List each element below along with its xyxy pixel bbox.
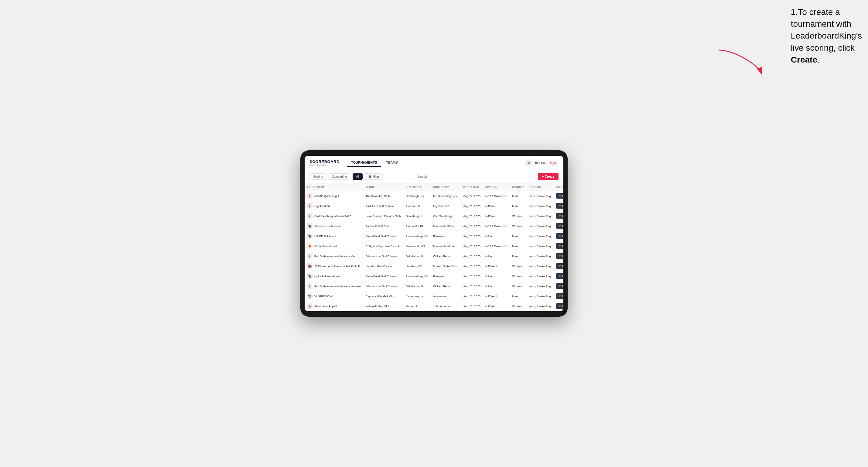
all-filter-btn[interactable]: All (352, 174, 363, 180)
actions-cell: ✏ Edit (554, 301, 563, 311)
event-name-cell: 🐻 2023 Women's Hesston Fall Kickoff (305, 261, 363, 271)
app-logo-title: SCOREBOARD (309, 159, 340, 164)
create-button[interactable]: + Create (538, 173, 559, 180)
cell-gender: Men (509, 231, 526, 241)
cell-gender: Women (509, 281, 526, 291)
cell-hosted_by: William Penn (431, 281, 461, 291)
cell-hosted_by: Carl Sandburg (431, 211, 461, 221)
event-name-cell: 🐂 UPIKE Fall Invite (305, 231, 363, 241)
team-icon: 🏌 (307, 203, 312, 209)
cell-scoring: team, Stroke Play (526, 221, 554, 231)
cell-gender: Men (509, 251, 526, 261)
cell-scoring: team, Stroke Play (526, 241, 554, 251)
actions-cell: ✏ Edit (554, 271, 563, 281)
edit-button[interactable]: ✏ Edit (556, 253, 563, 259)
cell-gender: Women (509, 261, 526, 271)
table-col-header: HOSTED BY (431, 183, 461, 191)
cell-division: NJCAA II (483, 261, 509, 271)
competing-filter-btn[interactable]: Competing (329, 174, 350, 180)
cell-venue: Hesston Golf Course (363, 261, 403, 271)
edit-button[interactable]: ✏ Edit (556, 303, 563, 309)
cell-division: NCAA Division II (483, 221, 509, 231)
annotation-block: 1.To create a tournament with Leaderboar… (791, 6, 862, 66)
cell-start_date: Aug 28, 2023 (461, 251, 483, 261)
edit-button[interactable]: ✏ Edit (556, 263, 563, 269)
arrow-annotation (716, 47, 765, 77)
cell-venue: StoneCrest Golf Course (363, 271, 403, 281)
edit-button[interactable]: ✏ Edit (556, 293, 563, 299)
cell-scoring: team, Stroke Play (526, 291, 554, 301)
search-box (414, 173, 535, 180)
hosting-filter-btn[interactable]: Hosting (309, 174, 327, 180)
cell-scoring: team, Stroke Play (526, 201, 554, 211)
team-icon: 🐂 (307, 273, 312, 279)
team-icon: 🦊 (307, 243, 312, 249)
user-label: Test User (534, 161, 547, 164)
event-name-cell: 🐺 Klash at Kokopelli (305, 301, 363, 311)
table-body: 🏌 MSMC Qualifying 1 The Powelton ClubNew… (305, 191, 563, 311)
cell-city_state: Oskaloosa, IA (403, 251, 431, 261)
search-input[interactable] (414, 173, 535, 180)
cell-venue: StoneCrest Golf Course (363, 231, 403, 241)
edit-button[interactable]: ✏ Edit (556, 213, 563, 219)
cell-division: NJCAA I (483, 201, 509, 211)
cell-start_date: Aug 28, 2023 (461, 231, 483, 241)
table-col-header: START DATE (461, 183, 483, 191)
table-row: 🏌 Fall Statesmen Invitational - Women Ed… (305, 281, 563, 291)
cell-city_state: Prestonsburg, KY (403, 271, 431, 281)
settings-icon[interactable]: ⚙ (525, 159, 532, 166)
cell-hosted_by: Highland CC (431, 201, 461, 211)
event-name-cell: 🏌 Fall Statesmen Invitational - Women (305, 281, 363, 291)
edit-button[interactable]: ✏ Edit (556, 233, 563, 239)
edit-button[interactable]: ✏ Edit (556, 203, 563, 209)
app-header: SCOREBOARD Powered by Clipp TOURNAMENTS … (305, 156, 563, 170)
cell-gender: Men (509, 291, 526, 301)
cell-division: NCAA Division III (483, 241, 509, 251)
cell-scoring: team, Stroke Play (526, 271, 554, 281)
nav-tab-teams[interactable]: TEAMS (382, 159, 402, 167)
cell-venue: Ruttger's Bay Lake Resort (363, 241, 403, 251)
team-icon: 🐻 (307, 263, 312, 269)
cell-city_state: Galesburg, IL (403, 211, 431, 221)
edit-button[interactable]: ✏ Edit (556, 193, 563, 198)
cell-venue: Park Hills Golf Course (363, 201, 403, 211)
actions-cell: ✏ Edit (554, 291, 563, 301)
cell-gender: Women (509, 271, 526, 281)
logo-area: SCOREBOARD Powered by Clipp (309, 159, 340, 166)
header-right: ⚙ Test User Sign... (525, 159, 559, 166)
edit-button[interactable]: ✏ Edit (556, 283, 563, 289)
edit-button[interactable]: ✏ Edit (556, 273, 563, 279)
cell-start_date: Aug 25, 2023 (461, 201, 483, 211)
edit-button[interactable]: ✏ Edit (556, 223, 563, 229)
tablet-frame: SCOREBOARD Powered by Clipp TOURNAMENTS … (300, 150, 568, 317)
cell-scoring: team, Stroke Play (526, 301, 554, 311)
edit-button[interactable]: ✏ Edit (556, 243, 563, 249)
cell-hosted_by: John A Logan (431, 301, 461, 311)
cell-hosted_by: Murray State (OK) (431, 261, 461, 271)
cell-start_date: Aug 28, 2023 (461, 271, 483, 281)
nav-tab-tournaments[interactable]: TOURNAMENTS (347, 159, 381, 167)
actions-cell: ✏ Edit (554, 281, 563, 291)
cell-start_date: Aug 26, 2023 (461, 211, 483, 221)
cell-start_date: Aug 28, 2023 (461, 291, 483, 301)
table-row: 🦊 Morris Invitational Ruttger's Bay Lake… (305, 241, 563, 251)
cell-city_state: Marion, IL (403, 301, 431, 311)
actions-cell: ✏ Edit (554, 191, 563, 201)
event-name: Fall Statesmen Invitational - Women (314, 284, 361, 288)
cell-hosted_by: William Penn (431, 251, 461, 261)
sign-button[interactable]: Sign... (550, 161, 559, 164)
cell-city_state: Hesston, KS (403, 261, 431, 271)
actions-cell: ✏ Edit (554, 211, 563, 221)
table-col-header: EVENT NAME (305, 183, 363, 191)
cell-venue: Kokopelli Golf Club (363, 301, 403, 311)
cell-scoring: team, Stroke Play (526, 231, 554, 241)
table-col-header: DIVISION (483, 183, 509, 191)
event-name: Highland 36 (314, 204, 330, 208)
cell-scoring: team, Stroke Play (526, 191, 554, 201)
team-icon: 🐺 (307, 303, 312, 309)
filter-icon-btn[interactable]: ☰ Filter (365, 174, 382, 180)
cell-city_state: Freeport, IL (403, 201, 431, 211)
event-name-cell: 🦅 VU PREVIEW (305, 291, 363, 301)
actions-cell: ✏ Edit (554, 251, 563, 261)
table-row: 🐻 2023 Women's Hesston Fall Kickoff Hess… (305, 261, 563, 271)
